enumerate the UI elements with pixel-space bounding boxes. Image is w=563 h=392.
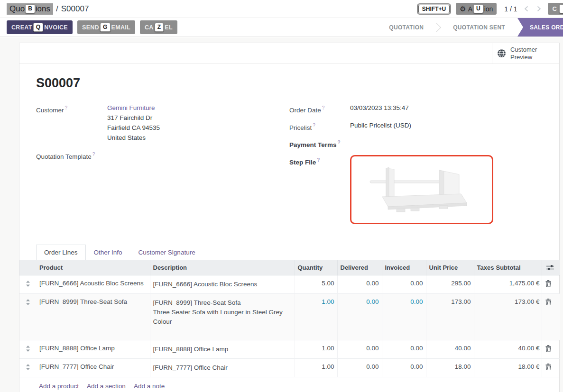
description-cell[interactable]: [FURN_8888] Office Lamp xyxy=(150,340,295,358)
customer-preview-button[interactable]: Customer Preview xyxy=(492,43,559,64)
breadcrumb: Quo B ions / S00007 xyxy=(7,3,89,15)
invoiced-cell: 0.00 xyxy=(382,340,426,358)
keyboard-hint-q: Q xyxy=(33,23,44,32)
customer-address-line2: Fairfield CA 94535 xyxy=(107,123,160,133)
send-email-button[interactable]: SEND G EMAIL xyxy=(77,20,135,34)
drag-handle-icon[interactable] xyxy=(26,364,30,370)
invoiced-cell: 0.00 xyxy=(382,358,426,377)
product-column-header[interactable]: Product xyxy=(37,260,150,275)
subtotal-cell: 173.00 € xyxy=(493,293,542,340)
step-file-image-field[interactable] xyxy=(350,155,493,224)
handle-column-header xyxy=(19,260,37,275)
drag-handle-icon[interactable] xyxy=(26,299,30,305)
add-a-note-link[interactable]: Add a note xyxy=(134,383,165,390)
description-cell[interactable]: [FURN_7777] Office Chair xyxy=(150,358,295,377)
create-invoice-button[interactable]: CREAT Q NVOICE xyxy=(7,20,73,34)
status-chevron-icon xyxy=(431,18,445,36)
edge-cutoff-button[interactable]: C xyxy=(548,3,563,15)
quantity-cell[interactable]: 1.00 xyxy=(295,293,337,340)
taxes-column-header[interactable]: Taxes xyxy=(474,260,493,275)
product-cell[interactable]: [FURN_8888] Office Lamp xyxy=(37,340,150,358)
delivered-column-header[interactable]: Delivered xyxy=(337,260,382,275)
edge-button-label: C xyxy=(553,5,557,12)
status-step-quotation-sent[interactable]: QUOTATION SENT xyxy=(445,18,513,36)
status-step-sales-order[interactable]: SALES ORDER xyxy=(517,18,563,36)
delete-line-icon[interactable] xyxy=(545,299,551,305)
unit-price-column-header[interactable]: Unit Price xyxy=(426,260,474,275)
description-column-header[interactable]: Description xyxy=(150,260,295,275)
order-line-row: [FURN_7777] Office Chair [FURN_7777] Off… xyxy=(19,358,560,377)
help-icon: ? xyxy=(92,152,95,157)
delete-line-icon[interactable] xyxy=(545,364,551,370)
order-date-value[interactable]: 03/03/2023 13:35:47 xyxy=(350,103,409,115)
quantity-cell[interactable]: 5.00 xyxy=(295,275,337,293)
subtotal-column-header[interactable]: Subtotal xyxy=(493,260,542,275)
add-a-product-link[interactable]: Add a product xyxy=(39,383,79,390)
description-cell[interactable]: [FURN_8999] Three-Seat SofaThree Seater … xyxy=(150,293,295,340)
optional-columns-sliders-icon[interactable] xyxy=(546,264,554,271)
description-line: [FURN_7777] Office Chair xyxy=(153,363,292,373)
product-cell[interactable]: [FURN_7777] Office Chair xyxy=(37,358,150,377)
unit-price-cell[interactable]: 173.00 xyxy=(426,293,474,340)
status-step-quotation[interactable]: QUOTATION xyxy=(381,18,431,36)
delete-line-icon[interactable] xyxy=(545,280,551,287)
step-file-3d-preview xyxy=(367,162,476,218)
status-pipeline: QUOTATION QUOTATION SENT SALES ORDER xyxy=(381,18,563,36)
description-cell[interactable]: [FURN_6666] Acoustic Bloc Screens xyxy=(150,275,295,293)
taxes-cell[interactable] xyxy=(474,340,493,358)
order-line-row: [FURN_8999] Three-Seat Sofa [FURN_8999] … xyxy=(19,293,560,340)
breadcrumb-parent-pre: Quo xyxy=(9,4,25,14)
form-view-background: Customer Preview S00007 Customer? Gemini… xyxy=(0,37,563,392)
create-invoice-label-post: NVOICE xyxy=(44,24,68,31)
order-form-sheet: Customer Preview S00007 Customer? Gemini… xyxy=(19,43,560,392)
breadcrumb-current: S00007 xyxy=(61,4,89,14)
order-line-row: [FURN_8888] Office Lamp [FURN_8888] Offi… xyxy=(19,340,560,358)
description-line: [FURN_8888] Office Lamp xyxy=(153,345,292,354)
action-menu-button[interactable]: ⚙ A U ion xyxy=(456,3,497,15)
add-a-section-link[interactable]: Add a section xyxy=(87,383,126,390)
description-line: Three Seater Sofa with Lounger in Steel … xyxy=(153,308,292,327)
help-icon: ? xyxy=(313,123,315,128)
breadcrumb-quotations-link[interactable]: Quo B ions xyxy=(7,3,53,15)
page-title: S00007 xyxy=(36,76,543,91)
quantity-cell[interactable]: 1.00 xyxy=(295,358,337,377)
invoiced-cell: 0.00 xyxy=(382,275,426,293)
taxes-cell[interactable] xyxy=(474,293,493,340)
unit-price-cell[interactable]: 40.00 xyxy=(426,340,474,358)
send-email-label-pre: SEND xyxy=(82,24,99,31)
customer-address-line3: United States xyxy=(107,133,160,143)
product-cell[interactable]: [FURN_6666] Acoustic Bloc Screens xyxy=(37,275,150,293)
delete-line-icon[interactable] xyxy=(545,345,551,352)
customer-link[interactable]: Gemini Furniture xyxy=(107,104,155,111)
taxes-cell[interactable] xyxy=(474,358,493,377)
unit-price-cell[interactable]: 295.00 xyxy=(426,275,474,293)
shift-hint-button[interactable]: SHIFT+U xyxy=(417,3,451,15)
help-icon: ? xyxy=(65,105,68,110)
globe-icon xyxy=(497,49,506,58)
top-navbar: Quo B ions / S00007 SHIFT+U ⚙ A U ion 1 … xyxy=(0,0,563,18)
quantity-column-header[interactable]: Quantity xyxy=(295,260,337,275)
pager-previous-button[interactable] xyxy=(522,6,530,12)
invoiced-column-header[interactable]: Invoiced xyxy=(382,260,426,275)
quantity-cell[interactable]: 1.00 xyxy=(295,340,337,358)
keyboard-hint-shift-u: SHIFT+U xyxy=(418,5,450,13)
pricelist-value[interactable]: Public Pricelist (USD) xyxy=(350,120,411,133)
fields-right-column: Order Date? 03/03/2023 13:35:47 Pricelis… xyxy=(289,103,543,229)
chevron-left-icon xyxy=(524,6,528,12)
tab-order-lines[interactable]: Order Lines xyxy=(36,245,86,260)
keyboard-hint-g: G xyxy=(100,23,111,32)
drag-handle-icon[interactable] xyxy=(26,281,30,287)
unit-price-cell[interactable]: 18.00 xyxy=(426,358,474,377)
subtotal-cell: 18.00 € xyxy=(493,358,542,377)
chevron-right-icon xyxy=(537,6,541,12)
drag-handle-icon[interactable] xyxy=(26,346,30,352)
cancel-button[interactable]: CA Z EL xyxy=(140,20,177,34)
product-cell[interactable]: [FURN_8999] Three-Seat Sofa xyxy=(37,293,150,340)
tab-customer-signature[interactable]: Customer Signature xyxy=(130,245,203,260)
tab-other-info[interactable]: Other Info xyxy=(86,245,130,260)
button-box: Customer Preview xyxy=(19,43,559,64)
taxes-cell[interactable] xyxy=(474,275,493,293)
order-line-row: [FURN_6666] Acoustic Bloc Screens [FURN_… xyxy=(19,275,560,293)
breadcrumb-separator: / xyxy=(56,4,58,14)
pager-next-button[interactable] xyxy=(535,6,543,12)
